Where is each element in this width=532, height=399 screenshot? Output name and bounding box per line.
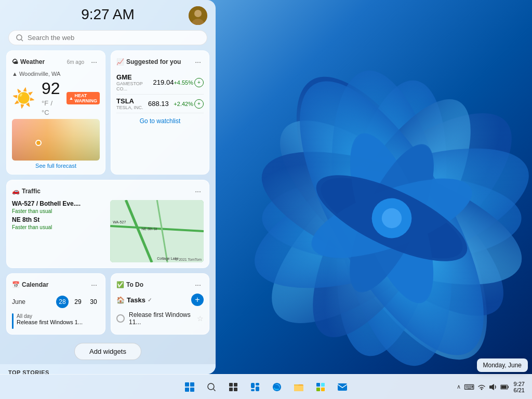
widgets-panel: 9:27 AM 🌤 Weather bbox=[0, 0, 216, 374]
date-tooltip: Monday, June bbox=[477, 358, 528, 372]
todo-menu-button[interactable]: ··· bbox=[192, 279, 204, 290]
weather-title: Weather bbox=[20, 58, 45, 65]
todo-tasks-icon: 🏠 bbox=[116, 296, 125, 304]
widgets-button[interactable] bbox=[246, 378, 264, 396]
traffic-status-2: Faster than usual bbox=[12, 224, 106, 230]
add-widgets-button[interactable]: Add widgets bbox=[74, 343, 141, 360]
svg-rect-43 bbox=[294, 385, 303, 391]
calendar-widget: 📅 Calendar ··· June 28 29 bbox=[6, 273, 105, 335]
traffic-route-2: NE 8th St bbox=[12, 216, 106, 223]
traffic-route-1: WA-527 / Bothell Eve.... bbox=[12, 200, 106, 207]
sys-tray-icons[interactable]: ∧ ⌨ bbox=[457, 383, 509, 391]
todo-star-0[interactable]: ☆ bbox=[197, 314, 204, 323]
cal-day-29: 29 bbox=[72, 296, 84, 308]
tray-arrow[interactable]: ∧ bbox=[457, 383, 461, 390]
search-icon bbox=[16, 34, 23, 42]
edge-button[interactable] bbox=[268, 378, 286, 396]
store-icon bbox=[316, 382, 325, 392]
mail-icon bbox=[337, 383, 348, 391]
calendar-menu-button[interactable]: ··· bbox=[88, 279, 100, 290]
svg-rect-41 bbox=[256, 387, 259, 391]
svg-rect-36 bbox=[229, 388, 233, 391]
svg-point-21 bbox=[194, 10, 202, 17]
cal-day-28: 28 bbox=[56, 296, 69, 308]
weather-temp-row: ☀️ 92 °F / °C ▲ HEAT WARNING bbox=[12, 79, 100, 117]
store-button[interactable] bbox=[311, 378, 330, 396]
calendar-event-bar bbox=[12, 313, 14, 329]
taskbar-center-icons bbox=[180, 378, 352, 396]
bloom-decoration bbox=[210, 0, 532, 368]
svg-rect-53 bbox=[508, 386, 509, 388]
weather-location-text: Woodinville, WA bbox=[19, 71, 60, 77]
stock-change-tsla: +2.42% + bbox=[174, 99, 204, 109]
taskbar-search-button[interactable] bbox=[202, 378, 221, 396]
widgets-scroll-area[interactable]: 🌤 Weather 6m ago ··· ▲ Woodinville, WA ☀… bbox=[0, 50, 216, 374]
stocks-widget: 📈 Suggested for you ··· GME GAMESTOP CO.… bbox=[111, 50, 209, 175]
svg-rect-39 bbox=[256, 383, 259, 385]
stock-ticker-gme: GME bbox=[116, 73, 153, 81]
user-avatar[interactable] bbox=[189, 6, 207, 25]
svg-rect-48 bbox=[338, 383, 347, 391]
weather-sun-icon: ☀️ bbox=[12, 87, 35, 109]
start-button[interactable] bbox=[180, 378, 199, 396]
web-search-bar[interactable] bbox=[8, 30, 207, 45]
stock-ticker-tsla: TSLA bbox=[116, 97, 143, 105]
weather-units: °F bbox=[42, 99, 48, 107]
weather-menu-button[interactable]: ··· bbox=[88, 56, 100, 68]
todo-item-text-0: Release first Windows 11... bbox=[129, 311, 193, 326]
traffic-map: WA-527 NE 8th St Cottage Lake © 2021 Tom… bbox=[110, 200, 204, 262]
svg-point-23 bbox=[17, 35, 22, 40]
traffic-menu-button[interactable]: ··· bbox=[192, 185, 204, 197]
stocks-title: Suggested for you bbox=[126, 58, 181, 65]
system-clock[interactable]: 9:27 6/21 bbox=[511, 380, 528, 394]
heat-warning-text: HEAT WARNING bbox=[75, 93, 98, 103]
task-view-icon bbox=[229, 382, 238, 392]
svg-rect-47 bbox=[321, 388, 325, 391]
task-view-button[interactable] bbox=[224, 378, 243, 396]
search-input[interactable] bbox=[28, 34, 200, 42]
widgets-icon bbox=[250, 382, 260, 392]
todo-checkbox-0[interactable] bbox=[116, 314, 125, 323]
stocks-menu-button[interactable]: ··· bbox=[192, 56, 204, 68]
svg-point-19 bbox=[382, 208, 402, 228]
svg-rect-45 bbox=[321, 383, 325, 387]
calendar-title: Calendar bbox=[22, 281, 48, 288]
todo-widget-header: ✅ To Do ··· bbox=[116, 279, 204, 290]
weather-temperature: 92 bbox=[42, 79, 60, 98]
see-full-forecast-link[interactable]: See full forecast bbox=[12, 163, 100, 169]
calendar-icon: 📅 bbox=[12, 281, 20, 288]
calendar-event-label: All day bbox=[17, 313, 83, 319]
todo-tasks-label: Tasks bbox=[127, 296, 145, 304]
svg-rect-35 bbox=[234, 383, 237, 387]
svg-rect-46 bbox=[316, 388, 320, 391]
mail-button[interactable] bbox=[333, 378, 352, 396]
stock-company-gme: GAMESTOP CO... bbox=[116, 81, 153, 91]
file-explorer-icon bbox=[294, 382, 304, 392]
cal-day-num-28: 28 bbox=[56, 296, 69, 308]
traffic-icon: 🚗 bbox=[12, 188, 20, 195]
traffic-copyright: © 2021 TomTom bbox=[175, 258, 202, 261]
svg-point-32 bbox=[208, 383, 214, 390]
stocks-icon: 📈 bbox=[116, 58, 124, 65]
svg-rect-50 bbox=[489, 385, 491, 389]
todo-add-button[interactable]: + bbox=[191, 294, 204, 306]
todo-widget: ✅ To Do ··· 🏠 Tasks ✓ + Release first Wi… bbox=[111, 273, 209, 335]
file-explorer-button[interactable] bbox=[289, 378, 308, 396]
news-section: TOP STORIES U USA TODAY 10 dead, 151 sti… bbox=[0, 364, 216, 374]
calendar-month: June bbox=[12, 298, 25, 305]
windows-logo bbox=[185, 382, 194, 392]
widgets-clock: 9:27 AM bbox=[10, 6, 205, 23]
battery-icon bbox=[500, 383, 509, 391]
weather-location-dot bbox=[35, 140, 42, 146]
keyboard-icon[interactable]: ⌨ bbox=[464, 383, 474, 391]
taskbar-search-icon bbox=[207, 382, 216, 392]
speaker-icon bbox=[489, 383, 497, 391]
go-to-watchlist-link[interactable]: Go to watchlist bbox=[116, 117, 204, 125]
news-section-title: TOP STORIES bbox=[8, 369, 207, 374]
stock-price-gme: 219.04 bbox=[153, 78, 174, 86]
widgets-grid: 🌤 Weather 6m ago ··· ▲ Woodinville, WA ☀… bbox=[0, 50, 216, 339]
weather-timestamp: 6m ago bbox=[67, 59, 84, 65]
wifi-icon bbox=[477, 384, 486, 390]
weather-widget-header: 🌤 Weather 6m ago ··· bbox=[12, 56, 100, 68]
svg-rect-40 bbox=[251, 389, 255, 391]
